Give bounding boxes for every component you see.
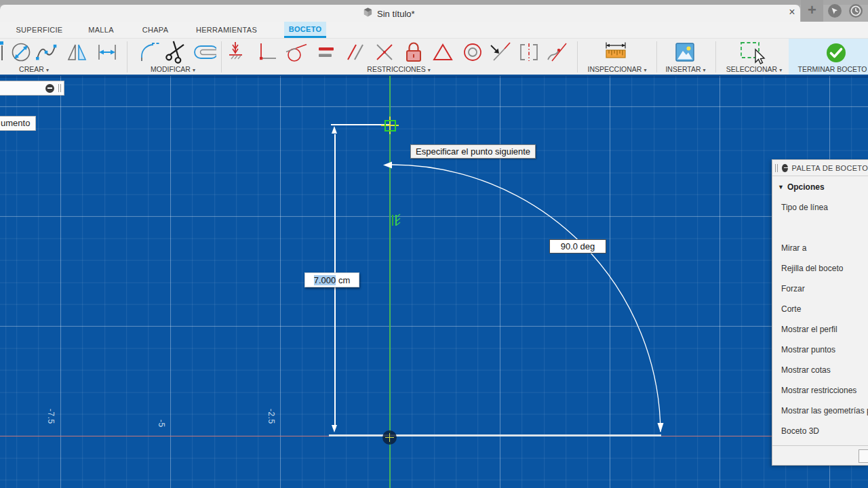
origin-point[interactable] bbox=[382, 430, 397, 445]
palette-item-mostrar-cotas[interactable]: Mostrar cotas bbox=[772, 360, 868, 380]
group-label-inspeccionar[interactable]: INSPECCIONAR▾ bbox=[588, 65, 647, 73]
measure-ruler-icon[interactable] bbox=[604, 40, 628, 64]
titlebar: Sin título* × + bbox=[0, 0, 868, 22]
document-title: Sin título* bbox=[377, 9, 415, 19]
caret-down-icon: ▾ bbox=[703, 67, 706, 73]
equal-constraint-icon[interactable] bbox=[314, 40, 338, 64]
ground-constraint-icon[interactable] bbox=[226, 40, 251, 64]
caret-down-icon: ▾ bbox=[779, 67, 782, 73]
finish-sketch-button[interactable]: TERMINAR BOCETO bbox=[789, 39, 868, 75]
line-tool-icon[interactable] bbox=[0, 40, 5, 64]
collapse-minus-icon[interactable] bbox=[782, 164, 788, 172]
perpendicular-constraint-icon[interactable] bbox=[255, 40, 279, 64]
sketch-palette-panel: PALETA DE BOCETO ▼ Opciones Tipo de líne… bbox=[772, 159, 868, 466]
palette-header[interactable]: PALETA DE BOCETO bbox=[772, 160, 868, 176]
palette-item-mostrar-restricciones[interactable]: Mostrar restricciones bbox=[772, 380, 868, 401]
palette-footer bbox=[772, 445, 868, 465]
collinear-constraint-icon[interactable] bbox=[488, 40, 513, 64]
document-tab[interactable]: Sin título* × bbox=[0, 5, 800, 22]
concentric-constraint-icon[interactable] bbox=[460, 40, 485, 64]
canvas-top-shade bbox=[0, 76, 868, 78]
caret-down-icon: ▾ bbox=[428, 67, 431, 73]
group-label-restricciones[interactable]: RESTRICCIONES▾ bbox=[367, 65, 430, 73]
mirror-icon[interactable] bbox=[65, 40, 90, 64]
tab-superficie[interactable]: SUPERFICIE bbox=[14, 22, 65, 38]
window-top-strip bbox=[0, 0, 868, 5]
tab-malla[interactable]: MALLA bbox=[79, 22, 123, 38]
tab-herramientas[interactable]: HERRAMIENTAS bbox=[193, 22, 260, 38]
angle-value-input[interactable]: 90.0 deg bbox=[549, 239, 606, 253]
collapse-minus-icon[interactable] bbox=[45, 84, 54, 93]
sketch-bottom-line[interactable] bbox=[329, 434, 661, 436]
palette-item-mostrar-perfil[interactable]: Mostrar el perfil bbox=[772, 319, 868, 340]
toolbar: CREAR▾ MODIFICAR▾ bbox=[0, 38, 868, 76]
sketch-dimension-icon[interactable] bbox=[95, 40, 119, 64]
tangent-constraint-icon[interactable] bbox=[284, 40, 309, 64]
drag-grip-icon[interactable] bbox=[58, 84, 61, 92]
app-window: Sin título* × + SUPERFICIE MALLA CHAPA H… bbox=[0, 0, 868, 488]
offset-icon[interactable] bbox=[192, 40, 216, 64]
midpoint-constraint-icon[interactable] bbox=[431, 40, 455, 64]
toolbar-divider bbox=[715, 41, 716, 73]
lock-constraint-icon[interactable] bbox=[401, 40, 426, 64]
close-tab-icon[interactable]: × bbox=[785, 5, 799, 19]
sketch-cursor-square bbox=[384, 120, 396, 131]
palette-footer-button[interactable] bbox=[859, 449, 868, 463]
caret-down-icon: ▾ bbox=[46, 67, 49, 73]
palette-item-mostrar-geometrias[interactable]: Mostrar las geometrías p bbox=[772, 401, 868, 421]
angle-arc bbox=[0, 76, 868, 488]
palette-item-corte[interactable]: Corte bbox=[772, 299, 868, 319]
new-tab-button[interactable]: + bbox=[801, 0, 823, 22]
sketch-canvas[interactable]: Especificar el punto siguiente 7.000 cm … bbox=[0, 76, 868, 488]
tab-chapa[interactable]: CHAPA bbox=[133, 22, 178, 38]
axis-tick-label: -2.5 bbox=[267, 409, 276, 424]
dimension-value: 7.000 bbox=[314, 275, 336, 285]
dimension-unit: cm bbox=[338, 275, 350, 285]
finish-check-icon bbox=[824, 41, 848, 65]
job-status-icon[interactable] bbox=[827, 3, 842, 18]
palette-item-boceto-3d[interactable]: Boceto 3D bbox=[772, 421, 868, 441]
palette-item-mirar-a[interactable]: Mirar a bbox=[772, 238, 868, 258]
group-label-seleccionar[interactable]: SELECCIONAR▾ bbox=[726, 65, 782, 73]
palette-item-rejilla[interactable]: Rejilla del boceto bbox=[772, 258, 868, 279]
select-tool-icon[interactable] bbox=[739, 40, 769, 67]
curvature-constraint-icon[interactable] bbox=[545, 40, 570, 64]
toolbar-divider bbox=[127, 41, 127, 73]
palette-item-spacer bbox=[772, 218, 868, 238]
trim-scissors-icon[interactable] bbox=[161, 37, 191, 67]
palette-item-tipo-de-linea[interactable]: Tipo de línea bbox=[772, 197, 868, 218]
toolbar-divider bbox=[221, 41, 222, 73]
ribbon-tab-bar: SUPERFICIE MALLA CHAPA HERRAMIENTAS BOCE… bbox=[0, 22, 868, 38]
dimension-value-input[interactable]: 7.000 cm bbox=[304, 272, 359, 287]
palette-item-forzar[interactable]: Forzar bbox=[772, 279, 868, 299]
palette-section-opciones[interactable]: ▼ Opciones bbox=[772, 176, 868, 197]
coincident-constraint-icon[interactable] bbox=[372, 40, 397, 64]
spline-icon[interactable] bbox=[34, 40, 58, 64]
prompt-tooltip: Especificar el punto siguiente bbox=[410, 144, 536, 159]
document-cube-icon bbox=[363, 7, 373, 20]
group-label-modificar[interactable]: MODIFICAR▾ bbox=[151, 65, 195, 73]
y-axis-line bbox=[389, 76, 391, 488]
axis-tick-label: -5 bbox=[157, 420, 166, 428]
parallel-constraint-icon[interactable] bbox=[343, 40, 368, 64]
toolbar-divider bbox=[656, 41, 657, 73]
drag-grip-icon[interactable] bbox=[775, 164, 778, 172]
recent-clock-icon[interactable] bbox=[848, 3, 863, 18]
browser-collapsed-bar[interactable] bbox=[0, 81, 64, 96]
insert-image-icon[interactable] bbox=[673, 40, 697, 64]
dimension-arrow-down bbox=[332, 425, 337, 432]
symmetry-constraint-icon[interactable] bbox=[517, 40, 541, 64]
palette-item-mostrar-puntos[interactable]: Mostrar puntos bbox=[772, 340, 868, 360]
group-label-insertar[interactable]: INSERTAR▾ bbox=[665, 65, 705, 73]
toolbar-divider bbox=[577, 41, 578, 73]
axis-tick-label: -7.5 bbox=[46, 409, 56, 424]
finish-sketch-label: TERMINAR BOCETO bbox=[789, 65, 868, 73]
caret-expanded-icon: ▼ bbox=[778, 184, 784, 190]
fillet-icon[interactable] bbox=[137, 40, 161, 64]
caret-down-icon: ▾ bbox=[644, 67, 646, 73]
vertical-constraint-icon bbox=[391, 213, 401, 230]
group-label-crear[interactable]: CREAR▾ bbox=[19, 65, 49, 73]
tab-boceto[interactable]: BOCETO bbox=[284, 22, 326, 38]
circle-diameter-icon[interactable] bbox=[9, 40, 33, 64]
browser-document-chip[interactable]: umento bbox=[0, 116, 36, 131]
